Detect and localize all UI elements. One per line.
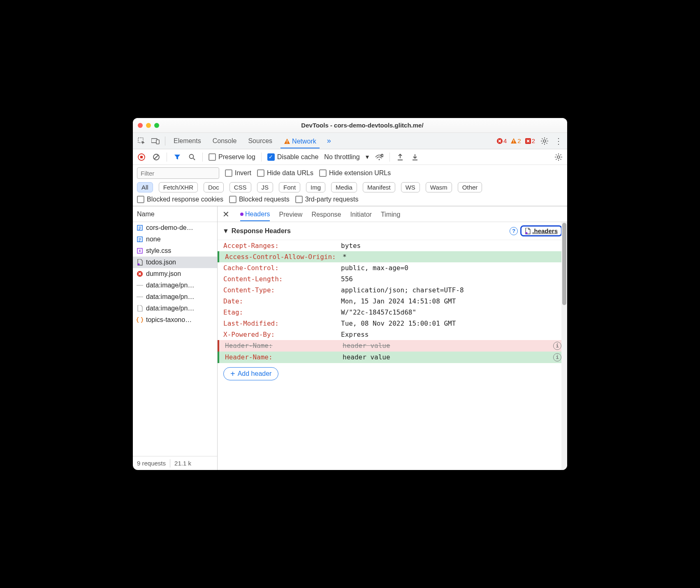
info-icon[interactable]: i	[553, 353, 561, 361]
detail-tab-initiator[interactable]: Initiator	[350, 211, 371, 221]
request-type-icon	[136, 247, 144, 255]
detail-tab-response[interactable]: Response	[311, 211, 341, 221]
filter-chip-ws[interactable]: WS	[401, 182, 420, 192]
request-row[interactable]: cors-demo-de…	[133, 222, 217, 234]
help-icon[interactable]: ?	[510, 227, 518, 235]
request-row[interactable]: none	[133, 234, 217, 245]
detail-tab-timing[interactable]: Timing	[381, 211, 400, 221]
request-row[interactable]: style.css	[133, 245, 217, 257]
filter-chip-fetchxhr[interactable]: Fetch/XHR	[159, 182, 198, 192]
plus-icon: +	[230, 370, 235, 378]
header-name: Content-Length:	[223, 275, 341, 283]
info-icon[interactable]: i	[553, 342, 561, 350]
hide-data-urls-checkbox[interactable]: Hide data URLs	[257, 169, 313, 177]
header-row: X-Powered-By:Express	[218, 329, 567, 340]
request-name: data:image/pn…	[146, 305, 194, 312]
preserve-log-checkbox[interactable]: Preserve log	[209, 153, 255, 161]
request-row[interactable]: topics-taxono…	[133, 314, 217, 326]
throttling-select[interactable]: No throttling ▾	[324, 153, 369, 161]
header-row: Header-Name:header valuei	[218, 340, 567, 352]
header-value: *	[343, 253, 347, 261]
error-count[interactable]: 4	[497, 137, 507, 144]
record-button[interactable]	[137, 153, 146, 162]
headers-override-file[interactable]: .headers	[520, 225, 562, 236]
network-settings-icon[interactable]	[554, 153, 563, 162]
clear-button[interactable]	[152, 153, 161, 162]
request-name: style.css	[146, 247, 171, 255]
filter-input[interactable]	[137, 167, 219, 179]
request-list: cors-demo-de…nonestyle.csstodos.jsondumm…	[133, 222, 217, 456]
svg-point-34	[526, 232, 528, 234]
tab-console[interactable]: Console	[209, 137, 240, 146]
filter-chip-js[interactable]: JS	[257, 182, 274, 192]
filter-chip-wasm[interactable]: Wasm	[426, 182, 452, 192]
header-name: Content-Type:	[223, 286, 341, 294]
issue-counters[interactable]: 4 2 2	[497, 137, 535, 144]
request-row[interactable]: todos.json	[133, 257, 217, 268]
header-value: 556	[341, 275, 353, 283]
warning-count[interactable]: 2	[511, 137, 521, 144]
header-row: Content-Length:556	[218, 273, 567, 285]
disable-cache-checkbox[interactable]: ✓ Disable cache	[267, 153, 319, 161]
invert-checkbox[interactable]: Invert	[225, 169, 251, 177]
tab-sources[interactable]: Sources	[245, 137, 276, 146]
request-type-icon	[136, 282, 144, 289]
warning-icon	[284, 138, 290, 145]
tab-elements[interactable]: Elements	[170, 137, 204, 146]
request-name: data:image/pn…	[146, 282, 194, 289]
request-row[interactable]: dummy.json	[133, 268, 217, 280]
search-icon[interactable]	[188, 153, 197, 162]
hide-extension-urls-checkbox[interactable]: Hide extension URLs	[319, 169, 391, 177]
filter-chip-media[interactable]: Media	[331, 182, 357, 192]
request-type-icon	[136, 305, 144, 312]
header-value: header value	[343, 342, 390, 350]
issue-count[interactable]: 2	[525, 137, 535, 144]
close-window-button[interactable]	[138, 123, 143, 128]
scrollbar[interactable]	[561, 222, 567, 470]
filter-chip-css[interactable]: CSS	[229, 182, 251, 192]
more-tabs-icon[interactable]: »	[325, 137, 334, 146]
filter-chip-doc[interactable]: Doc	[204, 182, 224, 192]
response-headers-section[interactable]: ▼ Response Headers ? .headers	[218, 222, 567, 240]
traffic-lights	[138, 123, 159, 128]
add-header-button[interactable]: + Add header	[223, 367, 278, 380]
request-name: todos.json	[146, 259, 176, 266]
svg-point-20	[557, 156, 560, 158]
zoom-window-button[interactable]	[154, 123, 159, 128]
close-detail-button[interactable]: ✕	[223, 209, 229, 219]
svg-point-30	[138, 264, 140, 266]
tab-network[interactable]: Network	[280, 137, 320, 148]
detail-tab-headers[interactable]: Headers	[240, 211, 270, 221]
detail-tab-preview[interactable]: Preview	[279, 211, 302, 221]
header-value: Tue, 08 Nov 2022 15:00:01 GMT	[341, 319, 456, 327]
blocked-cookies-checkbox[interactable]: Blocked response cookies	[137, 196, 223, 203]
network-conditions-icon[interactable]	[375, 153, 384, 162]
filter-chip-all[interactable]: All	[137, 182, 153, 192]
scrollbar-thumb[interactable]	[562, 223, 566, 305]
third-party-checkbox[interactable]: 3rd-party requests	[295, 196, 359, 203]
upload-har-icon[interactable]	[396, 153, 405, 162]
filter-chip-font[interactable]: Font	[279, 182, 300, 192]
more-menu-icon[interactable]: ⋮	[554, 137, 563, 146]
filter-chip-manifest[interactable]: Manifest	[363, 182, 395, 192]
header-row: Last-Modified:Tue, 08 Nov 2022 15:00:01 …	[218, 318, 567, 329]
download-har-icon[interactable]	[410, 153, 420, 162]
name-column-header[interactable]: Name	[133, 206, 217, 222]
header-row: Accept-Ranges:bytes	[218, 240, 567, 251]
filter-icon[interactable]	[173, 153, 182, 162]
filter-chip-other[interactable]: Other	[458, 182, 482, 192]
filter-chip-img[interactable]: Img	[306, 182, 325, 192]
settings-icon[interactable]	[540, 137, 549, 146]
blocked-requests-checkbox[interactable]: Blocked requests	[229, 196, 290, 203]
inspect-element-icon[interactable]	[137, 137, 146, 146]
header-name: Header-Name:	[225, 342, 343, 350]
request-row[interactable]: data:image/pn…	[133, 291, 217, 303]
minimize-window-button[interactable]	[146, 123, 151, 128]
content-area: Name cors-demo-de…nonestyle.csstodos.jso…	[133, 206, 567, 470]
svg-line-15	[193, 158, 195, 160]
request-row[interactable]: data:image/pn…	[133, 280, 217, 291]
request-row[interactable]: data:image/pn…	[133, 303, 217, 314]
request-name: topics-taxono…	[146, 316, 192, 324]
device-toolbar-icon[interactable]	[151, 137, 160, 146]
request-name: cors-demo-de…	[146, 224, 193, 231]
